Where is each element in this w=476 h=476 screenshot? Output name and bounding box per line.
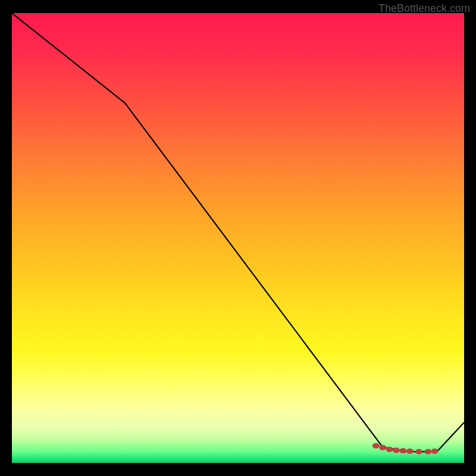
marker-dot bbox=[424, 449, 431, 455]
marker-dot bbox=[431, 449, 439, 454]
plot-area bbox=[12, 13, 464, 463]
marker-dot bbox=[372, 443, 380, 449]
marker-dot bbox=[399, 448, 406, 453]
marker-dot bbox=[386, 447, 393, 452]
chart-svg bbox=[12, 13, 464, 463]
optimal-zone-markers bbox=[372, 443, 439, 455]
chart-container: TheBottleneck.com bbox=[0, 0, 476, 476]
marker-dot bbox=[393, 447, 400, 453]
marker-dot bbox=[406, 449, 414, 454]
watermark-text: TheBottleneck.com bbox=[378, 2, 470, 15]
bottleneck-curve-line bbox=[12, 13, 464, 452]
marker-dot bbox=[415, 449, 422, 455]
marker-dot bbox=[379, 445, 386, 450]
